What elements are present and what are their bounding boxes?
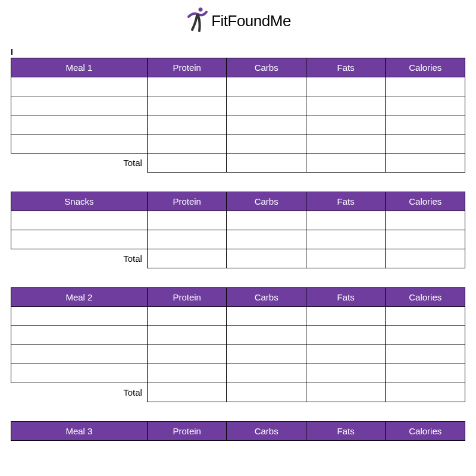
fats-cell[interactable]	[306, 134, 386, 154]
carbs-cell[interactable]	[227, 134, 306, 154]
carbs-cell[interactable]	[227, 115, 306, 134]
calories-cell[interactable]	[386, 77, 465, 96]
svg-point-0	[199, 8, 203, 12]
calories-cell[interactable]	[386, 345, 465, 364]
fats-cell[interactable]	[306, 77, 386, 96]
fats-total-cell[interactable]	[306, 383, 386, 402]
food-cell[interactable]	[11, 230, 148, 249]
table-header-row: Meal 3 Protein Carbs Fats Calories	[11, 422, 465, 441]
food-cell[interactable]	[11, 96, 148, 115]
table-row	[11, 134, 465, 154]
fats-cell[interactable]	[306, 345, 386, 364]
total-label: Total	[11, 383, 148, 402]
food-cell[interactable]	[11, 364, 148, 383]
calories-header: Calories	[386, 192, 465, 211]
food-cell[interactable]	[11, 134, 148, 154]
protein-total-cell[interactable]	[147, 249, 227, 268]
carbs-cell[interactable]	[227, 364, 306, 383]
protein-cell[interactable]	[147, 77, 227, 96]
table-header-row: Snacks Protein Carbs Fats Calories	[11, 192, 465, 211]
table-row	[11, 115, 465, 134]
fats-header: Fats	[306, 288, 386, 307]
protein-cell[interactable]	[147, 115, 227, 134]
protein-header: Protein	[147, 288, 227, 307]
protein-cell[interactable]	[147, 364, 227, 383]
table-row	[11, 364, 465, 383]
carbs-cell[interactable]	[227, 77, 306, 96]
calories-cell[interactable]	[386, 134, 465, 154]
fats-cell[interactable]	[306, 115, 386, 134]
table-row	[11, 96, 465, 115]
table-row	[11, 230, 465, 249]
total-row: Total	[11, 383, 465, 402]
total-label: Total	[11, 249, 148, 268]
calories-cell[interactable]	[386, 211, 465, 230]
protein-cell[interactable]	[147, 345, 227, 364]
calories-cell[interactable]	[386, 307, 465, 326]
protein-cell[interactable]	[147, 96, 227, 115]
protein-cell[interactable]	[147, 134, 227, 154]
calories-total-cell[interactable]	[386, 383, 465, 402]
carbs-total-cell[interactable]	[227, 249, 306, 268]
fats-cell[interactable]	[306, 307, 386, 326]
calories-header: Calories	[386, 288, 465, 307]
calories-total-cell[interactable]	[386, 154, 465, 173]
section-title-header: Meal 2	[11, 288, 148, 307]
protein-header: Protein	[147, 58, 227, 77]
carbs-cell[interactable]	[227, 230, 306, 249]
calories-cell[interactable]	[386, 230, 465, 249]
food-cell[interactable]	[11, 345, 148, 364]
fats-total-cell[interactable]	[306, 154, 386, 173]
fats-header: Fats	[306, 422, 386, 441]
calories-header: Calories	[386, 58, 465, 77]
protein-cell[interactable]	[147, 211, 227, 230]
table-row	[11, 307, 465, 326]
food-cell[interactable]	[11, 211, 148, 230]
calories-cell[interactable]	[386, 326, 465, 345]
fats-cell[interactable]	[306, 230, 386, 249]
meal-3-table: Meal 3 Protein Carbs Fats Calories	[11, 421, 465, 441]
protein-cell[interactable]	[147, 230, 227, 249]
total-row: Total	[11, 154, 465, 173]
cursor-mark: I	[0, 47, 476, 57]
protein-header: Protein	[147, 422, 227, 441]
total-row: Total	[11, 249, 465, 268]
food-cell[interactable]	[11, 77, 148, 96]
protein-total-cell[interactable]	[147, 154, 227, 173]
carbs-cell[interactable]	[227, 96, 306, 115]
fats-cell[interactable]	[306, 211, 386, 230]
carbs-total-cell[interactable]	[227, 154, 306, 173]
food-cell[interactable]	[11, 115, 148, 134]
protein-total-cell[interactable]	[147, 383, 227, 402]
logo-icon	[185, 6, 209, 36]
tables-wrapper: Meal 1 Protein Carbs Fats Calories Total…	[0, 58, 476, 441]
food-cell[interactable]	[11, 307, 148, 326]
calories-cell[interactable]	[386, 96, 465, 115]
carbs-cell[interactable]	[227, 307, 306, 326]
carbs-header: Carbs	[227, 288, 306, 307]
calories-cell[interactable]	[386, 115, 465, 134]
food-cell[interactable]	[11, 326, 148, 345]
carbs-cell[interactable]	[227, 211, 306, 230]
fats-cell[interactable]	[306, 364, 386, 383]
fats-header: Fats	[306, 58, 386, 77]
carbs-total-cell[interactable]	[227, 383, 306, 402]
calories-cell[interactable]	[386, 364, 465, 383]
total-label: Total	[11, 154, 148, 173]
carbs-header: Carbs	[227, 422, 306, 441]
carbs-header: Carbs	[227, 58, 306, 77]
section-title-header: Meal 1	[11, 58, 148, 77]
section-title-header: Meal 3	[11, 422, 148, 441]
fats-cell[interactable]	[306, 96, 386, 115]
fats-cell[interactable]	[306, 326, 386, 345]
carbs-cell[interactable]	[227, 326, 306, 345]
protein-cell[interactable]	[147, 307, 227, 326]
carbs-cell[interactable]	[227, 345, 306, 364]
protein-cell[interactable]	[147, 326, 227, 345]
protein-header: Protein	[147, 192, 227, 211]
meal-1-table: Meal 1 Protein Carbs Fats Calories Total	[11, 58, 465, 173]
table-row	[11, 345, 465, 364]
table-row	[11, 211, 465, 230]
fats-total-cell[interactable]	[306, 249, 386, 268]
calories-total-cell[interactable]	[386, 249, 465, 268]
